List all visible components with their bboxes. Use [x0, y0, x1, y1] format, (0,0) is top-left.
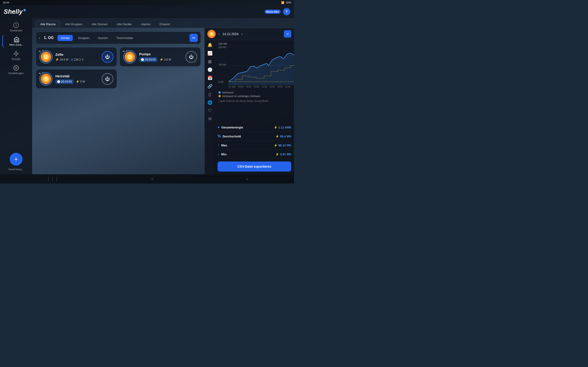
- legend-label-vorherig: Verbrauch im vorherigen Zeitraum: [222, 95, 260, 98]
- zelte-power: ⚡ 34.6 W: [55, 58, 69, 61]
- layout-icon[interactable]: ▦: [208, 59, 212, 64]
- energy-date: 14.12.2024: [222, 32, 238, 36]
- tab-erkannt[interactable]: Erkannt: [156, 21, 174, 28]
- sidebar-label-mein-zuhause: Mein Zuha...: [9, 43, 23, 46]
- wifi-icon: 📶: [281, 1, 284, 4]
- settings-gear-icon[interactable]: ⚙: [208, 116, 212, 121]
- timezone-text: Lokale Zeitzone von dieses Relais: Europ…: [218, 99, 290, 104]
- tab-alle-gerate[interactable]: Alle Geräte: [112, 21, 136, 28]
- zelte-voltage: ◎ 234.1 V: [71, 58, 83, 61]
- bottom-back-button[interactable]: ‹: [237, 175, 257, 183]
- sidebar-item-einstellungen[interactable]: Einstellungen: [2, 63, 30, 76]
- x-label-18: 18:00: [277, 85, 283, 88]
- header: Shelly Basis-Abo T: [0, 5, 294, 18]
- shield-icon[interactable]: 🛡: [208, 108, 212, 113]
- energy-panel-header: ‹ 14.12.2024 › ≡: [205, 28, 294, 40]
- sub-tab-gerate[interactable]: Geräte: [57, 35, 73, 41]
- pumpe-power-button[interactable]: ⏻: [185, 51, 197, 63]
- bell-icon[interactable]: 🔔: [208, 42, 212, 48]
- code-icon[interactable]: {}: [208, 92, 211, 97]
- calendar-icon[interactable]: 📅: [208, 75, 212, 81]
- globe-icon[interactable]: 🌐: [208, 100, 212, 105]
- stat-row-max[interactable]: ↑ Max. ⚡ 88.12 Wh: [217, 141, 291, 150]
- x-label-09: 09:00: [254, 85, 259, 88]
- stat-row-min[interactable]: ↓ Min. ⚡ 3.31 Wh: [217, 150, 291, 159]
- stats-rows: + Gesamtenergie ⚡ 1.11 kWh % Durch: [215, 123, 294, 159]
- device-card-zelte: ☁ ↻ Zelte ⚡ 34.6 W: [36, 47, 117, 67]
- user-avatar[interactable]: T: [283, 8, 290, 15]
- sub-tab-gruppen[interactable]: Gruppen: [75, 35, 93, 41]
- devices-panel: ‹ 1. OG Geräte Gruppen Szenen Thermostat…: [32, 28, 204, 174]
- bottom-menu-button[interactable]: ⋮⋮⋮: [37, 175, 68, 183]
- room-area: ‹ 1. OG Geräte Gruppen Szenen Thermostat…: [32, 28, 294, 174]
- energy-device-icon: [208, 30, 216, 38]
- sidebar-item-dashboard[interactable]: Dashboard: [2, 20, 30, 34]
- home-icon: [14, 36, 19, 42]
- legend-dot-vorherig: [218, 95, 221, 97]
- chart-area: 200 Wh 200 Wh 100 Wh 0 Wh: [215, 40, 294, 123]
- tab-alle-szenen[interactable]: Alle Szenen: [87, 21, 112, 28]
- pumpe-info: Pumpe 🕐 00:03:50 ⚡ 3.8 W: [139, 52, 183, 62]
- pumpe-device-icon: [123, 50, 137, 64]
- sub-tab-thermostate[interactable]: Thermostate: [113, 35, 136, 41]
- x-label-12: 12:00: [262, 85, 267, 88]
- bottom-bar: ⋮⋮⋮ ○ ‹: [0, 174, 294, 184]
- tab-alle-gruppen[interactable]: Alle Gruppen: [61, 21, 86, 28]
- link-icon[interactable]: 🔗: [208, 84, 212, 89]
- csv-export-button[interactable]: CSV-Datei exportieren: [217, 161, 291, 172]
- stat-value-max: ⚡ 88.12 Wh: [274, 144, 291, 147]
- lightning-icon-1: ⚡: [274, 126, 277, 129]
- room-edit-button[interactable]: ✏: [190, 34, 198, 42]
- pumpe-timer: 🕐 00:03:50: [139, 57, 157, 62]
- clock-icon[interactable]: 🕐: [208, 67, 212, 72]
- header-right: Basis-Abo T: [265, 8, 290, 15]
- zelte-name: Zelte: [55, 52, 99, 56]
- sidebar: Dashboard Mein Zuha... Energie Einstellu…: [0, 18, 32, 174]
- zelte-info: Zelte ⚡ 34.6 W ◎ 234.1 V: [55, 52, 99, 61]
- energy-chart: [229, 46, 294, 85]
- heizstab-power: ⚡ 0 W: [76, 80, 85, 83]
- zelte-power-button[interactable]: ⏻: [102, 51, 113, 63]
- sidebar-label-dashboard: Dashboard: [10, 29, 22, 32]
- timer-icon-heizstab: 🕐: [57, 80, 61, 83]
- timer-icon: 🕐: [141, 58, 144, 61]
- logo-text: Shelly: [4, 8, 23, 15]
- tabs-bar: Alle Räume Alle Gruppen Alle Szenen Alle…: [32, 18, 294, 28]
- room-nav-back[interactable]: ‹: [39, 35, 40, 40]
- lightning-icon-4: ⚡: [275, 152, 279, 156]
- bottom-home-button[interactable]: ○: [142, 175, 163, 183]
- energy-icon: [13, 51, 19, 57]
- tab-alarme[interactable]: Alarme: [137, 21, 155, 28]
- main-content: Alle Räume Alle Gruppen Alle Szenen Alle…: [32, 18, 294, 174]
- device-card-pumpe: ☁ ↻ Pumpe 🕐 00:03:50: [120, 47, 201, 67]
- sub-tab-szenen[interactable]: Szenen: [95, 35, 111, 41]
- sidebar-item-energie[interactable]: Energie: [2, 49, 30, 62]
- add-device-button[interactable]: +: [10, 153, 23, 166]
- lightning-icon-3: ⚡: [274, 144, 277, 147]
- energy-view-toggle[interactable]: ≡: [284, 30, 291, 38]
- heizstab-power-button[interactable]: ⏻: [102, 73, 113, 85]
- stat-value-gesamtenergie: ⚡ 1.11 kWh: [274, 126, 291, 129]
- zelte-stats: ⚡ 34.6 W ◎ 234.1 V: [55, 58, 99, 61]
- x-label-21: 21:00: [285, 85, 290, 88]
- percent-icon: %: [217, 134, 221, 138]
- stat-label-durchschnitt: % Durchschnitt: [217, 134, 241, 138]
- svg-point-2: [15, 67, 17, 69]
- room-sub-tabs: Geräte Gruppen Szenen Thermostate: [57, 35, 186, 41]
- tab-alle-raume[interactable]: Alle Räume: [36, 20, 60, 28]
- stat-row-durchschnitt[interactable]: % Durchschnitt ⚡ 65.4 Wh: [217, 132, 291, 141]
- energy-prev-button[interactable]: ‹: [217, 31, 221, 37]
- stat-value-min: ⚡ 3.31 Wh: [275, 152, 291, 156]
- chart-icon[interactable]: 📈: [208, 51, 212, 56]
- status-bar: 16:44 📶 82%: [0, 0, 294, 5]
- svg-marker-1: [14, 51, 18, 56]
- plus-icon: +: [217, 125, 220, 129]
- energy-next-button[interactable]: ›: [240, 31, 243, 37]
- sidebar-item-mein-zuhause[interactable]: Mein Zuha...: [2, 35, 30, 48]
- stat-row-gesamtenergie[interactable]: + Gesamtenergie ⚡ 1.11 kWh: [217, 123, 291, 132]
- subscription-badge[interactable]: Basis-Abo: [265, 10, 281, 14]
- settings-icon: [13, 65, 19, 71]
- x-label-06: 06:00: [246, 85, 251, 88]
- device-card-heizstab: ☁ ↻ Heizstab 🕐 00:43:56: [36, 69, 117, 89]
- arrow-up-icon: ↑: [217, 143, 219, 147]
